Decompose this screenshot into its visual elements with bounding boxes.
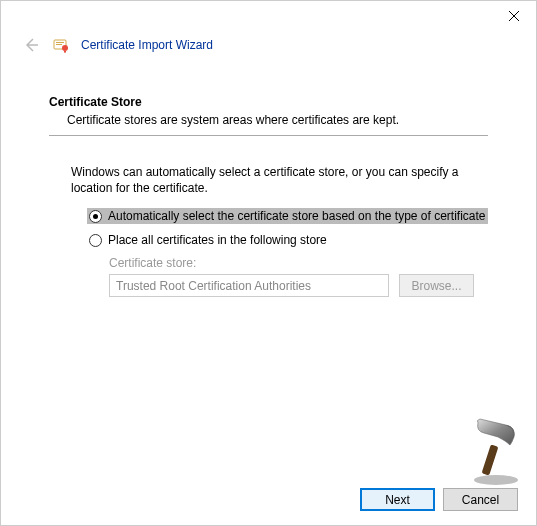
- cancel-button[interactable]: Cancel: [443, 488, 518, 511]
- close-button[interactable]: [491, 1, 536, 31]
- wizard-header: Certificate Import Wizard: [1, 31, 536, 65]
- radio-manual-select[interactable]: Place all certificates in the following …: [87, 232, 488, 248]
- wizard-content: Certificate Store Certificate stores are…: [1, 65, 536, 297]
- radio-icon: [89, 234, 102, 247]
- certificate-store-block: Certificate store: Browse...: [109, 256, 488, 297]
- store-field-label: Certificate store:: [109, 256, 488, 270]
- back-arrow-icon: [23, 37, 39, 53]
- intro-text: Windows can automatically select a certi…: [71, 164, 488, 196]
- radio-manual-label: Place all certificates in the following …: [108, 233, 327, 247]
- browse-button: Browse...: [399, 274, 474, 297]
- title-bar: [1, 1, 536, 31]
- section-description: Certificate stores are system areas wher…: [67, 113, 488, 127]
- radio-auto-label: Automatically select the certificate sto…: [108, 209, 486, 223]
- wizard-footer: Next Cancel: [360, 488, 518, 511]
- divider: [49, 135, 488, 136]
- svg-point-5: [62, 45, 68, 51]
- certificate-store-input: [109, 274, 389, 297]
- section-heading: Certificate Store: [49, 95, 488, 109]
- svg-rect-7: [482, 444, 499, 475]
- radio-auto-select[interactable]: Automatically select the certificate sto…: [87, 208, 488, 224]
- radio-icon: [89, 210, 102, 223]
- close-icon: [509, 11, 519, 21]
- radio-group: Automatically select the certificate sto…: [87, 208, 488, 248]
- svg-rect-3: [56, 42, 64, 43]
- back-button[interactable]: [21, 35, 41, 55]
- hammer-watermark-icon: [466, 415, 526, 485]
- wizard-title: Certificate Import Wizard: [81, 38, 213, 52]
- svg-point-6: [474, 475, 518, 485]
- svg-rect-4: [56, 44, 62, 45]
- certificate-icon: [53, 37, 69, 53]
- next-button[interactable]: Next: [360, 488, 435, 511]
